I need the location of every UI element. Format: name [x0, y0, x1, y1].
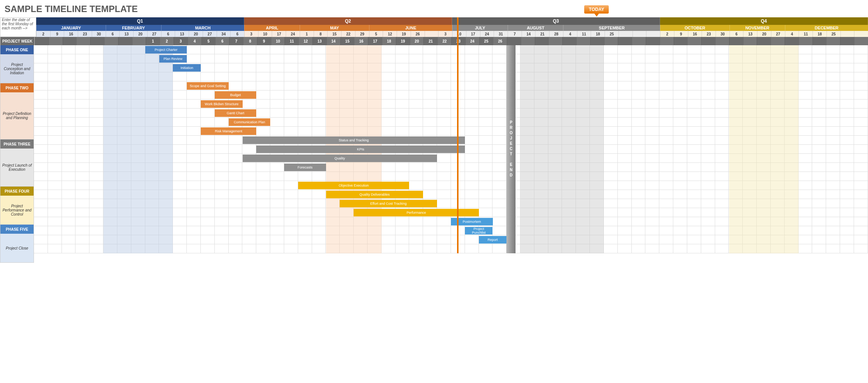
grid-cell[interactable]: [645, 154, 659, 163]
grid-cell[interactable]: [62, 226, 76, 235]
grid-cell[interactable]: [89, 163, 103, 172]
grid-cell[interactable]: [423, 45, 437, 54]
grid-cell[interactable]: [256, 109, 270, 118]
grid-cell[interactable]: [284, 118, 298, 127]
grid-cell[interactable]: [270, 81, 284, 90]
grid-cell[interactable]: [201, 190, 215, 199]
grid-cell[interactable]: [659, 208, 673, 217]
grid-cell[interactable]: [173, 244, 187, 253]
grid-cell[interactable]: [396, 45, 409, 54]
grid-cell[interactable]: [187, 190, 201, 199]
grid-cell[interactable]: [75, 72, 89, 81]
grid-cell[interactable]: [799, 63, 813, 72]
grid-cell[interactable]: [673, 226, 687, 235]
grid-cell[interactable]: [659, 136, 673, 145]
grid-cell[interactable]: [799, 199, 813, 208]
grid-cell[interactable]: [270, 163, 284, 172]
grid-cell[interactable]: [256, 244, 270, 253]
grid-cell[interactable]: [492, 244, 506, 253]
grid-cell[interactable]: [826, 54, 840, 63]
grid-cell[interactable]: [840, 127, 854, 136]
grid-cell[interactable]: [645, 45, 659, 54]
grid-cell[interactable]: [840, 90, 854, 100]
grid-cell[interactable]: [673, 63, 687, 72]
grid-cell[interactable]: [34, 136, 48, 145]
grid-cell[interactable]: [34, 118, 48, 127]
grid-cell[interactable]: [187, 145, 201, 154]
grid-cell[interactable]: [312, 81, 326, 90]
grid-cell[interactable]: [465, 54, 479, 63]
grid-cell[interactable]: [423, 235, 437, 244]
grid-cell[interactable]: [479, 172, 493, 181]
grid-cell[interactable]: [256, 45, 270, 54]
grid-cell[interactable]: [187, 163, 201, 172]
grid-cell[interactable]: [312, 109, 326, 118]
grid-cell[interactable]: [298, 244, 312, 253]
grid-cell[interactable]: [215, 235, 229, 244]
grid-cell[interactable]: [173, 90, 187, 100]
grid-cell[interactable]: [48, 208, 62, 217]
grid-cell[interactable]: [382, 244, 396, 253]
grid-cell[interactable]: [298, 235, 312, 244]
grid-cell[interactable]: [659, 190, 673, 199]
grid-cell[interactable]: [645, 127, 659, 136]
grid-cell[interactable]: [618, 81, 632, 90]
grid-cell[interactable]: [854, 199, 868, 208]
grid-cell[interactable]: [242, 208, 256, 217]
grid-cell[interactable]: [48, 181, 62, 190]
grid-cell[interactable]: [812, 127, 826, 136]
grid-cell[interactable]: [409, 109, 423, 118]
grid-cell[interactable]: [826, 163, 840, 172]
grid-cell[interactable]: [256, 199, 270, 208]
grid-cell[interactable]: [687, 154, 701, 163]
grid-cell[interactable]: [423, 109, 437, 118]
grid-cell[interactable]: [687, 145, 701, 154]
grid-cell[interactable]: [396, 244, 409, 253]
grid-cell[interactable]: [34, 81, 48, 90]
grid-cell[interactable]: [492, 154, 506, 163]
grid-cell[interactable]: [632, 81, 646, 90]
grid-cell[interactable]: [812, 172, 826, 181]
grid-cell[interactable]: [799, 118, 813, 127]
grid-cell[interactable]: [256, 54, 270, 63]
grid-cell[interactable]: [75, 235, 89, 244]
grid-cell[interactable]: [48, 136, 62, 145]
grid-cell[interactable]: [826, 145, 840, 154]
grid-cell[interactable]: [701, 63, 715, 72]
grid-cell[interactable]: [854, 172, 868, 181]
grid-cell[interactable]: [492, 54, 506, 63]
grid-cell[interactable]: [840, 226, 854, 235]
grid-cell[interactable]: [479, 181, 493, 190]
grid-cell[interactable]: [812, 109, 826, 118]
grid-cell[interactable]: [492, 63, 506, 72]
grid-cell[interactable]: [645, 109, 659, 118]
grid-cell[interactable]: [396, 172, 409, 181]
grid-cell[interactable]: [201, 217, 215, 226]
grid-cell[interactable]: [396, 217, 409, 226]
grid-cell[interactable]: [437, 100, 451, 109]
grid-cell[interactable]: [34, 190, 48, 199]
grid-cell[interactable]: [826, 136, 840, 145]
grid-cell[interactable]: [687, 118, 701, 127]
grid-cell[interactable]: [312, 235, 326, 244]
grid-cell[interactable]: [854, 136, 868, 145]
grid-cell[interactable]: [409, 163, 423, 172]
grid-cell[interactable]: [673, 199, 687, 208]
grid-cell[interactable]: [840, 244, 854, 253]
grid-cell[interactable]: [437, 172, 451, 181]
grid-cell[interactable]: [242, 54, 256, 63]
grid-cell[interactable]: [396, 118, 409, 127]
grid-cell[interactable]: [270, 54, 284, 63]
grid-cell[interactable]: [242, 199, 256, 208]
grid-cell[interactable]: [492, 226, 506, 235]
grid-cell[interactable]: [396, 163, 409, 172]
grid-cell[interactable]: [604, 54, 618, 63]
grid-cell[interactable]: [382, 81, 396, 90]
grid-cell[interactable]: [479, 127, 493, 136]
grid-cell[interactable]: [492, 136, 506, 145]
grid-cell[interactable]: [75, 90, 89, 100]
grid-cell[interactable]: [215, 118, 229, 127]
grid-cell[interactable]: [256, 127, 270, 136]
grid-cell[interactable]: [409, 118, 423, 127]
grid-cell[interactable]: [618, 163, 632, 172]
